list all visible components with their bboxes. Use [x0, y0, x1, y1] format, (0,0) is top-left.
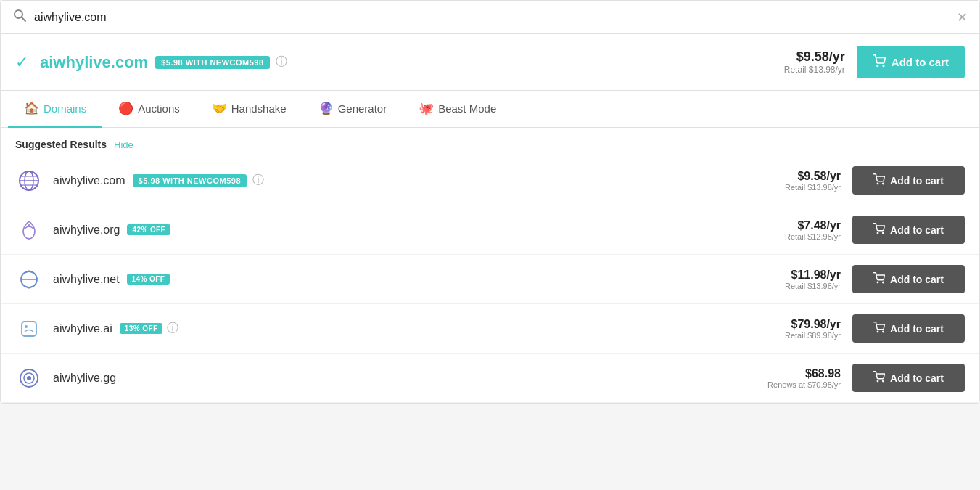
table-row: aiwhylive.org 42% OFF $7.48/yr Retail $1…: [1, 205, 979, 255]
tab-handshake-label: Handshake: [231, 102, 287, 115]
svg-point-16: [877, 282, 878, 282]
table-row: aiwhylive.com $5.98 WITH NEWCOM598 ⓘ $9.…: [1, 156, 979, 205]
tab-auctions[interactable]: 🔴 Auctions: [102, 91, 196, 128]
svg-point-19: [25, 325, 28, 328]
domain-price: $79.98/yr Retail $89.98/yr: [739, 318, 841, 340]
cart-icon: [873, 371, 885, 385]
domain-price-retail: Renews at $70.98/yr: [739, 380, 841, 389]
svg-rect-18: [22, 322, 36, 336]
search-bar: aiwhylive.com ✕: [1, 1, 979, 34]
top-add-to-cart-label: Add to cart: [892, 56, 949, 68]
tab-domains-label: Domains: [44, 102, 86, 115]
domain-price-retail: Retail $13.98/yr: [739, 282, 841, 290]
top-cart-icon: [873, 54, 886, 70]
tab-generator-label: Generator: [338, 102, 387, 115]
suggested-results-label: Suggested Results: [15, 139, 107, 150]
domain-price-main: $9.58/yr: [739, 170, 841, 183]
add-to-cart-button[interactable]: Add to cart: [852, 314, 965, 343]
domain-icon-globe: [15, 167, 43, 195]
add-to-cart-button[interactable]: Add to cart: [852, 216, 965, 244]
cart-icon: [873, 322, 885, 335]
top-result-price: $9.58/yr Retail $13.98/yr: [784, 49, 845, 75]
domain-price-retail: Retail $12.98/yr: [739, 232, 841, 241]
domain-price: $68.98 Renews at $70.98/yr: [739, 367, 841, 389]
svg-point-9: [877, 183, 878, 184]
domain-icon-org: [15, 216, 43, 244]
domain-price-main: $11.98/yr: [739, 269, 841, 282]
cart-icon: [873, 272, 885, 286]
svg-point-20: [877, 331, 878, 332]
domain-price-main: $68.98: [739, 367, 841, 380]
svg-point-17: [883, 282, 884, 282]
domain-price: $9.58/yr Retail $13.98/yr: [739, 170, 841, 192]
table-row: aiwhylive.ai 13% OFF ⓘ $79.98/yr Retail …: [1, 304, 979, 354]
add-to-cart-button[interactable]: Add to cart: [852, 265, 965, 293]
tab-auctions-label: Auctions: [138, 102, 180, 115]
domain-info-icon[interactable]: ⓘ: [252, 173, 264, 188]
svg-point-24: [27, 376, 31, 380]
domain-name: aiwhylive.org: [53, 224, 120, 237]
tab-domains[interactable]: 🏠 Domains: [8, 91, 102, 128]
svg-point-13: [883, 232, 884, 233]
tab-beast-mode-label: Beast Mode: [438, 102, 496, 115]
tab-generator[interactable]: 🔮 Generator: [302, 91, 403, 128]
table-row: aiwhylive.net 14% OFF $11.98/yr Retail $…: [1, 255, 979, 304]
domain-off-badge: 14% OFF: [127, 274, 170, 285]
domain-off-badge: 42% OFF: [127, 224, 170, 235]
add-to-cart-button[interactable]: Add to cart: [852, 364, 965, 392]
top-result-row: ✓ aiwhylive.com $5.98 WITH NEWCOM598 ⓘ $…: [1, 34, 979, 91]
domain-name: aiwhylive.ai: [53, 322, 112, 335]
svg-point-26: [883, 380, 884, 381]
domain-promo-badge: $5.98 WITH NEWCOM598: [133, 174, 247, 187]
domain-price-retail: Retail $13.98/yr: [739, 183, 841, 192]
hide-suggested-link[interactable]: Hide: [114, 139, 133, 150]
svg-point-2: [877, 65, 878, 67]
domain-icon-net: [15, 266, 43, 293]
handshake-tab-icon: 🤝: [212, 101, 227, 116]
table-row: aiwhylive.gg $68.98 Renews at $70.98/yr …: [1, 354, 979, 403]
svg-line-1: [22, 17, 26, 22]
domain-name: aiwhylive.gg: [53, 372, 116, 385]
top-domain-name: aiwhylive.com: [40, 53, 148, 72]
top-price-retail: Retail $13.98/yr: [784, 65, 845, 75]
tab-beast-mode[interactable]: 🐙 Beast Mode: [403, 91, 512, 128]
add-to-cart-label: Add to cart: [890, 372, 944, 384]
tabs-row: 🏠 Domains 🔴 Auctions 🤝 Handshake 🔮 Gener…: [1, 91, 979, 128]
add-to-cart-label: Add to cart: [890, 323, 944, 335]
auctions-tab-icon: 🔴: [118, 101, 133, 116]
domain-price-main: $79.98/yr: [739, 318, 841, 331]
cart-icon: [873, 223, 885, 237]
search-clear-button[interactable]: ✕: [957, 9, 968, 25]
add-to-cart-label: Add to cart: [890, 175, 944, 187]
domain-list: aiwhylive.com $5.98 WITH NEWCOM598 ⓘ $9.…: [1, 156, 979, 403]
top-promo-badge: $5.98 WITH NEWCOM598: [155, 56, 269, 69]
top-add-to-cart-button[interactable]: Add to cart: [857, 46, 965, 78]
tab-handshake[interactable]: 🤝 Handshake: [196, 91, 302, 128]
svg-point-3: [883, 65, 884, 67]
domain-info-icon[interactable]: ⓘ: [167, 321, 178, 336]
domain-price: $7.48/yr Retail $12.98/yr: [739, 219, 841, 241]
svg-point-11: [28, 224, 30, 227]
domain-off-badge: 13% OFF: [120, 323, 163, 334]
suggested-results-header: Suggested Results Hide: [1, 128, 979, 156]
domain-name: aiwhylive.net: [53, 273, 120, 286]
generator-tab-icon: 🔮: [318, 101, 334, 116]
top-info-icon[interactable]: ⓘ: [276, 54, 287, 70]
main-container: aiwhylive.com ✕ ✓ aiwhylive.com $5.98 WI…: [0, 0, 980, 404]
domain-price-main: $7.48/yr: [739, 219, 841, 232]
domain-name: aiwhylive.com: [53, 174, 125, 187]
search-icon: [12, 8, 27, 26]
availability-check-icon: ✓: [15, 53, 28, 72]
domain-icon-gg: [15, 364, 43, 392]
svg-point-21: [883, 331, 884, 332]
cart-icon: [873, 173, 885, 187]
svg-point-10: [883, 183, 884, 184]
search-query: aiwhylive.com: [34, 11, 957, 24]
add-to-cart-label: Add to cart: [890, 274, 944, 285]
add-to-cart-button[interactable]: Add to cart: [852, 166, 965, 195]
domains-tab-icon: 🏠: [24, 101, 39, 116]
domain-price-retail: Retail $89.98/yr: [739, 331, 841, 340]
domain-price: $11.98/yr Retail $13.98/yr: [739, 269, 841, 290]
domain-icon-ai: [15, 315, 43, 343]
beast-mode-tab-icon: 🐙: [419, 101, 434, 116]
